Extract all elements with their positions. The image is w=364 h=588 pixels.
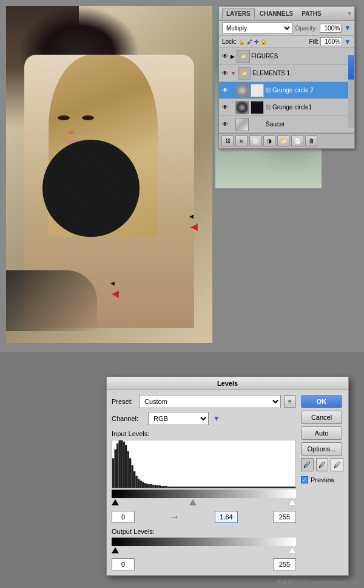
panel-header: LAYERS CHANNELS PATHS ≡: [219, 7, 354, 21]
eye-icon-elements[interactable]: 👁: [221, 69, 229, 78]
red-arrow-2: ◄: [109, 279, 127, 287]
layers-panel: LAYERS CHANNELS PATHS ≡ Multiply Opacity…: [218, 6, 355, 149]
tab-channels[interactable]: CHANNELS: [256, 9, 297, 18]
tab-paths[interactable]: PATHS: [298, 9, 325, 18]
cancel-button[interactable]: Cancel: [301, 411, 342, 424]
eye-icon-saucer[interactable]: 👁: [221, 120, 229, 129]
channel-label: Channel:: [112, 415, 145, 422]
thumb-grunge1: [235, 101, 249, 114]
output-gradient-bar: [112, 538, 296, 546]
preview-row: ✓ Preview: [301, 476, 343, 484]
eyedropper-row: 🖊 🖊 🖊: [301, 458, 343, 471]
preset-options-button[interactable]: ≡: [284, 395, 296, 408]
watermark: 思缘设计论坛 www.missyuan.com: [277, 579, 359, 587]
layer-grunge-circle-2[interactable]: 👁 ⛓ Grunge circle 2: [219, 82, 354, 99]
new-group-button[interactable]: 📁: [277, 135, 289, 146]
delete-layer-button[interactable]: 🗑: [305, 135, 317, 146]
new-layer-button[interactable]: 📄: [291, 135, 303, 146]
chain-grunge1: ⛓: [265, 104, 271, 111]
arrow-elements[interactable]: ▼: [231, 70, 236, 77]
panel-menu-button[interactable]: ≡: [348, 10, 351, 16]
auto-button[interactable]: Auto: [301, 426, 342, 440]
layers-scrollbar[interactable]: [348, 55, 354, 128]
input-values-row: 0 → 1.64 255: [112, 511, 296, 523]
svg-rect-25: [165, 486, 167, 488]
layer-name-grunge1: Grunge circle1: [272, 104, 352, 111]
ok-button[interactable]: OK: [301, 395, 342, 408]
layer-grunge-circle-1[interactable]: 👁 ⛓ Grunge circle1: [219, 99, 354, 116]
brush-lock-icon[interactable]: 🖊: [247, 39, 252, 45]
svg-rect-13: [140, 480, 141, 488]
all-lock-icon[interactable]: 🔐: [261, 39, 268, 45]
gray-eyedropper[interactable]: 🖊: [316, 458, 329, 471]
input-slider-row[interactable]: [112, 499, 296, 508]
svg-rect-14: [142, 482, 144, 488]
layer-name-elements: ELEMENTS 1: [252, 70, 352, 77]
blend-mode-select[interactable]: Multiply: [222, 22, 292, 33]
channel-row: Channel: RGB ▼: [112, 412, 296, 425]
input-slider-mid[interactable]: [189, 499, 197, 505]
white-eyedropper[interactable]: 🖊: [331, 458, 343, 471]
svg-rect-19: [152, 485, 154, 488]
layer-name-grunge2: Grunge circle 2: [272, 87, 352, 94]
preset-row: Preset: Custom ≡: [112, 395, 296, 408]
svg-rect-20: [155, 485, 157, 488]
arrow-figures[interactable]: ▶: [231, 53, 235, 60]
black-eyedropper[interactable]: 🖊: [301, 458, 314, 471]
eye-icon-figures[interactable]: 👁: [221, 52, 229, 61]
input-slider-left[interactable]: [112, 499, 119, 505]
svg-rect-7: [127, 451, 129, 488]
svg-rect-8: [129, 458, 131, 488]
input-slider-track[interactable]: [112, 499, 296, 508]
svg-rect-9: [131, 465, 133, 488]
svg-rect-23: [161, 486, 163, 488]
scrollbar-thumb[interactable]: [348, 55, 354, 80]
thumb-elements: 📁: [238, 67, 251, 80]
move-lock-icon[interactable]: ✛: [254, 39, 259, 45]
eye-icon-grunge1[interactable]: 👁: [221, 103, 229, 112]
layer-saucer[interactable]: 👁 Saucer: [219, 116, 354, 133]
input-black-point[interactable]: 0: [112, 511, 135, 523]
fill-label: Fill:: [309, 38, 319, 45]
fill-input[interactable]: [320, 37, 342, 46]
input-levels-label: Input Levels:: [112, 430, 296, 437]
input-slider-right[interactable]: [289, 499, 296, 505]
dialog-body: Preset: Custom ≡ Channel: RGB ▼ Input Le…: [107, 390, 348, 575]
fx-button[interactable]: fx: [235, 135, 248, 146]
svg-rect-24: [163, 486, 165, 488]
link-layers-button[interactable]: ⛓: [221, 135, 234, 146]
output-black-point[interactable]: 0: [112, 558, 135, 570]
canvas-area: ◄ ◄ LAYERS CHANNELS PATHS ≡ Multiply Opa…: [0, 0, 364, 352]
layer-elements-group[interactable]: 👁 ▼ 📁 ELEMENTS 1: [219, 65, 354, 82]
black-eyedropper-icon: 🖊: [303, 460, 311, 469]
tab-layers[interactable]: LAYERS: [222, 9, 255, 18]
channel-select[interactable]: RGB: [148, 412, 209, 425]
mask-button[interactable]: ⬜: [249, 135, 261, 146]
output-slider-row[interactable]: [112, 547, 296, 556]
output-slider-track[interactable]: [112, 547, 296, 556]
fill-arrow[interactable]: ▼: [344, 38, 351, 46]
svg-rect-10: [133, 471, 135, 488]
channel-arrow[interactable]: ▼: [213, 414, 220, 423]
adjustment-button[interactable]: ◑: [263, 135, 275, 146]
preview-checkbox[interactable]: ✓: [301, 476, 308, 484]
svg-rect-1: [114, 450, 116, 488]
mid-point-arrow: →: [170, 511, 180, 522]
thumb-saucer: [235, 118, 249, 131]
input-white-point[interactable]: 255: [273, 511, 296, 523]
eye-icon-grunge2[interactable]: 👁: [221, 86, 229, 95]
preview-label: Preview: [311, 476, 334, 484]
histogram-container: [112, 440, 296, 488]
preset-select[interactable]: Custom: [139, 395, 281, 408]
opacity-input[interactable]: [320, 24, 342, 33]
options-button[interactable]: Options...: [301, 442, 342, 456]
output-white-point[interactable]: 255: [273, 558, 296, 570]
output-slider-left[interactable]: [112, 547, 119, 553]
output-slider-right[interactable]: [289, 547, 296, 553]
layer-name-figures: FIGURES: [251, 53, 352, 60]
input-gradient-bar: [112, 490, 296, 498]
input-midpoint[interactable]: 1.64: [215, 511, 238, 523]
layer-figures-group[interactable]: 👁 ▶ 📁 FIGURES: [219, 48, 354, 65]
lock-icon[interactable]: 🔒: [238, 39, 245, 45]
opacity-arrow[interactable]: ▼: [344, 24, 351, 32]
